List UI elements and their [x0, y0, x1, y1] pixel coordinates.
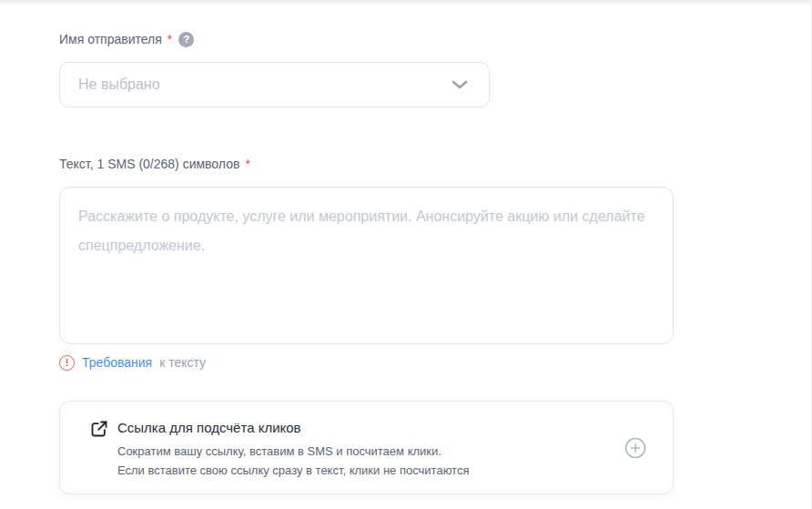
sender-name-select[interactable]: Не выбрано: [59, 62, 490, 107]
sms-text-label: Текст, 1 SMS (0/268) символов: [59, 155, 239, 173]
click-link-card-text: Ссылка для подсчёта кликов Сократим вашу…: [117, 419, 469, 480]
help-question-icon[interactable]: ?: [178, 32, 194, 47]
required-asterisk: *: [167, 30, 172, 48]
click-link-card-description-line1: Сократим вашу ссылку, вставим в SMS и по…: [117, 442, 469, 461]
plus-circle-icon: [624, 437, 646, 459]
sms-text-label-row: Текст, 1 SMS (0/268) символов *: [59, 155, 250, 173]
sender-name-label: Имя отправителя: [59, 30, 162, 48]
warning-exclamation-icon: !: [59, 355, 75, 371]
click-link-card-title: Ссылка для подсчёта кликов: [117, 419, 469, 437]
chevron-down-icon: [451, 79, 469, 90]
click-link-card-content: Ссылка для подсчёта кликов Сократим вашу…: [90, 419, 469, 480]
external-link-icon: [90, 420, 108, 438]
top-scroll-shadow: [0, 0, 812, 5]
sender-name-label-row: Имя отправителя * ?: [59, 30, 194, 48]
add-link-button[interactable]: [624, 437, 646, 459]
requirements-link[interactable]: Требования: [82, 354, 152, 371]
sms-text-input[interactable]: [59, 187, 674, 344]
click-link-card-description-line2: Если вставите свою ссылку сразу в текст,…: [117, 461, 469, 480]
sender-name-select-value: Не выбрано: [78, 76, 451, 93]
click-link-card[interactable]: Ссылка для подсчёта кликов Сократим вашу…: [59, 401, 674, 494]
requirements-suffix: к тексту: [159, 354, 206, 371]
required-asterisk: *: [245, 155, 249, 173]
text-requirements-row: ! Требования к тексту: [59, 354, 206, 371]
